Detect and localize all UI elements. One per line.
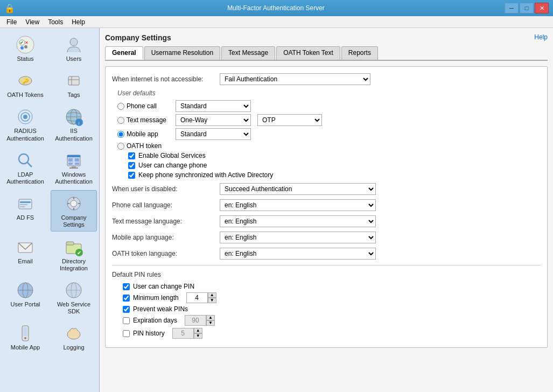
expiration-up[interactable]: ▲ (206, 315, 215, 320)
sidebar-label-mobileapp: Mobile App (11, 344, 40, 351)
sidebar-item-radius[interactable]: RADIUS Authentication (2, 103, 48, 144)
text-message-radio[interactable] (117, 117, 124, 124)
prevent-weak-checkbox[interactable] (123, 306, 130, 313)
svg-rect-31 (20, 201, 31, 203)
restore-button[interactable]: □ (520, 3, 534, 13)
sidebar-label-oath: OATH Tokens (7, 92, 43, 99)
text-message-select[interactable]: One-Way Two-Way (176, 114, 251, 126)
tab-general[interactable]: General (105, 46, 143, 60)
text-lang-select[interactable]: en: English fr: French (220, 215, 376, 227)
user-disabled-select[interactable]: Succeed Authentication Fail Authenticati… (220, 183, 376, 195)
pin-history-label: PIN history (133, 330, 165, 337)
pin-rules-label: Default PIN rules (112, 271, 541, 278)
sidebar-item-portal[interactable]: User Portal (2, 277, 48, 318)
sidebar-label-email: Email (18, 258, 33, 265)
user-change-phone-row[interactable]: User can change phone (128, 162, 541, 169)
portal-icon (15, 279, 36, 301)
phone-lang-select[interactable]: en: English fr: French (220, 199, 376, 211)
window-title: Multi-Factor Authentication Server (47, 4, 505, 12)
pin-history-checkbox[interactable] (123, 330, 130, 337)
text-message-row: Text message One-Way Two-Way OTP PIN+OTP (117, 114, 541, 126)
radius-icon (15, 106, 36, 128)
phone-lang-label: Phone call language: (112, 201, 220, 209)
text-lang-label: Text message language: (112, 218, 220, 225)
sidebar-item-directory[interactable]: ✔ Directory Integration (51, 234, 97, 275)
sidebar-item-company[interactable]: Company Settings (51, 190, 97, 231)
main-container: ✔ ✕ Status Users 🔑 (0, 28, 553, 392)
pin-history-up[interactable]: ▲ (194, 328, 202, 333)
expiration-row[interactable]: Expiration days ▲ ▼ (123, 315, 541, 326)
expiration-down[interactable]: ▼ (206, 320, 215, 326)
sidebar-label-status: Status (17, 55, 33, 62)
sidebar-item-adfs[interactable]: AD FS (2, 190, 48, 231)
pin-history-row[interactable]: PIN history ▲ ▼ (123, 328, 541, 339)
phone-call-radio[interactable] (117, 103, 124, 110)
prevent-weak-row[interactable]: Prevent weak PINs (123, 305, 541, 313)
mobile-app-radio[interactable] (117, 131, 124, 138)
pin-history-spinner: ▲ ▼ (172, 328, 202, 339)
enable-global-label: Enable Global Services (138, 152, 206, 159)
min-length-down[interactable]: ▼ (208, 298, 216, 303)
min-length-checkbox[interactable] (123, 295, 130, 302)
mobile-app-radio-label[interactable]: Mobile app (117, 130, 171, 138)
sidebar-item-users[interactable]: Users (51, 31, 97, 65)
user-change-phone-checkbox[interactable] (128, 162, 135, 169)
sidebar-item-logging[interactable]: Logging (51, 320, 97, 354)
menu-bar: File View Tools Help (0, 16, 553, 28)
sidebar-item-status[interactable]: ✔ ✕ Status (2, 31, 48, 65)
mobile-lang-select[interactable]: en: English fr: French (220, 232, 376, 243)
keep-phone-sync-row[interactable]: Keep phone synchronized with Active Dire… (128, 171, 541, 179)
phone-call-radio-label[interactable]: Phone call (117, 102, 171, 110)
title-bar: 🔒 Multi-Factor Authentication Server ─ □… (0, 0, 553, 16)
sidebar-item-mobileapp[interactable]: Mobile App (2, 320, 48, 354)
sidebar-label-windows: Windows Authentication (52, 171, 95, 185)
menu-tools[interactable]: Tools (44, 17, 67, 27)
svg-point-53 (24, 337, 26, 339)
mobile-app-select[interactable]: Standard Custom (176, 128, 251, 140)
min-length-input[interactable] (186, 292, 208, 303)
sidebar-item-iis[interactable]: ↓ IIS Authentication (51, 103, 97, 144)
min-length-up[interactable]: ▲ (208, 292, 216, 298)
close-button[interactable]: ✕ (535, 3, 549, 13)
svg-rect-42 (66, 242, 74, 245)
text-otp-select[interactable]: OTP PIN+OTP (257, 114, 322, 126)
tab-textmessage[interactable]: Text Message (221, 46, 275, 60)
internet-select[interactable]: Fail Authentication Succeed Authenticati… (220, 73, 370, 85)
help-link[interactable]: Help (534, 33, 548, 41)
sidebar-item-webservice[interactable]: Web Service SDK (51, 277, 97, 318)
svg-text:✔: ✔ (20, 40, 24, 45)
expiration-spinner: ▲ ▼ (185, 315, 215, 326)
pin-history-input[interactable] (172, 328, 194, 339)
menu-view[interactable]: View (21, 17, 44, 27)
sidebar-item-ldap[interactable]: LDAP Authentication (2, 147, 48, 188)
adfs-icon (15, 193, 36, 214)
pin-history-down[interactable]: ▼ (194, 333, 202, 339)
enable-global-checkbox[interactable] (128, 152, 135, 159)
phone-call-select[interactable]: Standard Custom (176, 100, 251, 112)
oath-lang-select[interactable]: en: English fr: French (220, 248, 376, 260)
minimize-button[interactable]: ─ (505, 3, 519, 13)
sidebar-item-email[interactable]: Email (2, 234, 48, 275)
menu-help[interactable]: Help (67, 17, 89, 27)
min-length-row[interactable]: Minimum length ▲ ▼ (123, 292, 541, 303)
ldap-icon (15, 150, 36, 171)
keep-phone-sync-checkbox[interactable] (128, 172, 135, 179)
sidebar-item-tags[interactable]: Tags (51, 67, 97, 101)
user-change-pin-checkbox[interactable] (123, 283, 130, 290)
prevent-weak-label: Prevent weak PINs (133, 305, 188, 313)
expiration-checkbox[interactable] (123, 317, 130, 324)
expiration-input[interactable] (185, 315, 206, 326)
sidebar-item-windows[interactable]: Windows Authentication (51, 147, 97, 188)
sidebar-item-oath-tokens[interactable]: 🔑 OATH Tokens (2, 67, 48, 101)
text-message-radio-label[interactable]: Text message (117, 116, 171, 124)
menu-file[interactable]: File (2, 17, 21, 27)
tab-username[interactable]: Username Resolution (144, 46, 220, 60)
logging-icon (63, 323, 85, 344)
window-controls: ─ □ ✕ (505, 3, 549, 13)
oath-token-radio[interactable] (117, 143, 124, 150)
tab-oath[interactable]: OATH Token Text (276, 46, 340, 60)
enable-global-row[interactable]: Enable Global Services (128, 152, 541, 159)
tab-reports[interactable]: Reports (341, 46, 378, 60)
user-change-pin-row[interactable]: User can change PIN (123, 283, 541, 290)
oath-token-radio-label[interactable]: OATH token (117, 142, 171, 150)
